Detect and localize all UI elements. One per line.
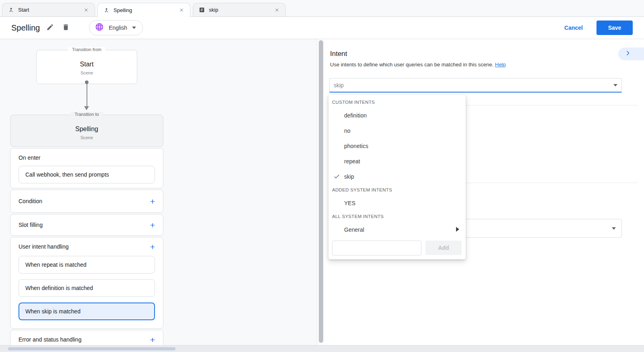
tab-label: Spelling bbox=[114, 7, 174, 13]
tab-spelling[interactable]: Spelling bbox=[97, 3, 190, 17]
header-bar: Spelling English Cancel Save bbox=[0, 17, 644, 39]
submenu-arrow-icon bbox=[456, 227, 459, 232]
node-legend: Transition to bbox=[70, 112, 103, 117]
close-icon[interactable] bbox=[178, 6, 185, 14]
scene-detail-column: Transition to Spelling Scene On enter Ca… bbox=[10, 115, 163, 345]
close-icon[interactable] bbox=[273, 6, 281, 14]
intent-handler-definition[interactable]: When definition is matched bbox=[19, 279, 155, 297]
condition-label: Condition bbox=[19, 198, 42, 204]
dropdown-group-header: ALL SYSTEM INTENTS bbox=[328, 211, 466, 222]
dropdown-item-phonetics[interactable]: phonetics bbox=[328, 138, 466, 154]
globe-icon bbox=[95, 23, 104, 33]
intent-dropdown-menu: CUSTOM INTENTS definition no phonetics r… bbox=[328, 95, 466, 259]
pencil-icon bbox=[46, 23, 54, 32]
horizontal-scrollbar-thumb[interactable] bbox=[8, 347, 175, 350]
slot-filling-section: Slot filling bbox=[10, 214, 163, 236]
transition-select[interactable] bbox=[445, 219, 622, 238]
dropdown-item-no[interactable]: no bbox=[328, 123, 466, 138]
user-intent-label: User intent handling bbox=[19, 243, 69, 250]
connector-line bbox=[87, 84, 87, 106]
add-slot-button[interactable] bbox=[150, 221, 155, 229]
edit-button[interactable] bbox=[46, 23, 54, 32]
on-enter-label: On enter bbox=[19, 154, 155, 161]
intent-panel-title: Intent bbox=[330, 50, 347, 58]
delete-button[interactable] bbox=[62, 23, 70, 32]
dropdown-item-yes[interactable]: YES bbox=[328, 196, 466, 211]
language-selector[interactable]: English bbox=[89, 20, 143, 35]
scrollbar-thumb[interactable] bbox=[319, 40, 323, 343]
dropdown-item-repeat[interactable]: repeat bbox=[328, 154, 466, 169]
tab-label: skip bbox=[209, 7, 269, 13]
transition-from-node[interactable]: Transition from Start Scene bbox=[36, 50, 137, 84]
intent-handler-skip[interactable]: When skip is matched bbox=[19, 303, 155, 320]
help-link[interactable]: Help bbox=[495, 62, 506, 68]
intent-combobox[interactable]: skip bbox=[329, 78, 622, 93]
node-title: Spelling bbox=[10, 126, 163, 133]
collapse-panel-button[interactable] bbox=[618, 47, 644, 60]
scene-merge-icon bbox=[103, 7, 109, 13]
condition-section: Condition bbox=[10, 189, 163, 213]
transition-to-header: Transition to Spelling Scene bbox=[10, 115, 163, 147]
dropdown-arrow-icon[interactable] bbox=[613, 84, 617, 86]
user-intent-section: User intent handling When repeat is matc… bbox=[10, 237, 163, 329]
cancel-button[interactable]: Cancel bbox=[564, 25, 583, 31]
chevron-right-icon bbox=[625, 50, 631, 58]
node-subtitle: Scene bbox=[37, 70, 137, 75]
scene-canvas: Transition from Start Scene Transition t… bbox=[0, 39, 317, 345]
add-intent-handler-button[interactable] bbox=[150, 243, 155, 251]
app-window: Start Spelling skip Spelling bbox=[0, 0, 644, 352]
close-icon[interactable] bbox=[83, 6, 90, 14]
dropdown-footer: Add bbox=[332, 241, 462, 255]
intent-panel: Intent Use intents to define which user … bbox=[324, 39, 644, 345]
connector-arrowhead bbox=[84, 106, 89, 110]
page-title: Spelling bbox=[11, 23, 40, 33]
add-error-handler-button[interactable] bbox=[150, 336, 155, 344]
dropdown-group-header: CUSTOM INTENTS bbox=[328, 97, 466, 108]
node-legend: Transition from bbox=[68, 47, 105, 52]
dropdown-arrow-icon bbox=[612, 227, 616, 230]
dropdown-item-label: General bbox=[344, 226, 364, 233]
tab-skip[interactable]: skip bbox=[193, 3, 286, 16]
tab-label: Start bbox=[18, 7, 78, 13]
slot-filling-label: Slot filling bbox=[19, 222, 43, 228]
chevron-down-icon bbox=[132, 27, 136, 29]
node-title: Start bbox=[37, 61, 137, 68]
intent-combobox-value: skip bbox=[334, 82, 613, 89]
tab-bar: Start Spelling skip bbox=[0, 0, 644, 17]
scene-merge-icon bbox=[8, 7, 14, 13]
intent-doc-icon bbox=[199, 7, 205, 13]
save-button[interactable]: Save bbox=[597, 21, 633, 35]
on-enter-webhook-card[interactable]: Call webhook, then send prompts bbox=[19, 166, 155, 183]
horizontal-scrollbar bbox=[0, 345, 644, 352]
dropdown-item-label: skip bbox=[344, 173, 354, 180]
tab-start[interactable]: Start bbox=[2, 3, 95, 16]
dropdown-group-header: ADDED SYSTEM INTENTS bbox=[328, 184, 466, 196]
vertical-scrollbar bbox=[318, 39, 324, 345]
intent-panel-description: Use intents to define which user queries… bbox=[330, 62, 506, 68]
add-condition-button[interactable] bbox=[150, 197, 155, 206]
dropdown-item-general[interactable]: General bbox=[328, 222, 466, 237]
error-handling-section: Error and status handling bbox=[10, 330, 163, 345]
description-text: Use intents to define which user queries… bbox=[330, 62, 493, 68]
error-handling-label: Error and status handling bbox=[19, 336, 81, 343]
dropdown-item-skip[interactable]: skip bbox=[328, 169, 466, 184]
dropdown-item-definition[interactable]: definition bbox=[328, 108, 466, 123]
trash-icon bbox=[62, 23, 70, 32]
check-icon bbox=[333, 173, 340, 181]
language-label: English bbox=[109, 25, 127, 31]
new-intent-input[interactable] bbox=[332, 241, 421, 255]
intent-handler-repeat[interactable]: When repeat is matched bbox=[19, 256, 155, 274]
add-intent-button[interactable]: Add bbox=[425, 241, 462, 255]
node-subtitle: Scene bbox=[10, 135, 163, 140]
on-enter-section: On enter Call webhook, then send prompts bbox=[10, 148, 163, 188]
